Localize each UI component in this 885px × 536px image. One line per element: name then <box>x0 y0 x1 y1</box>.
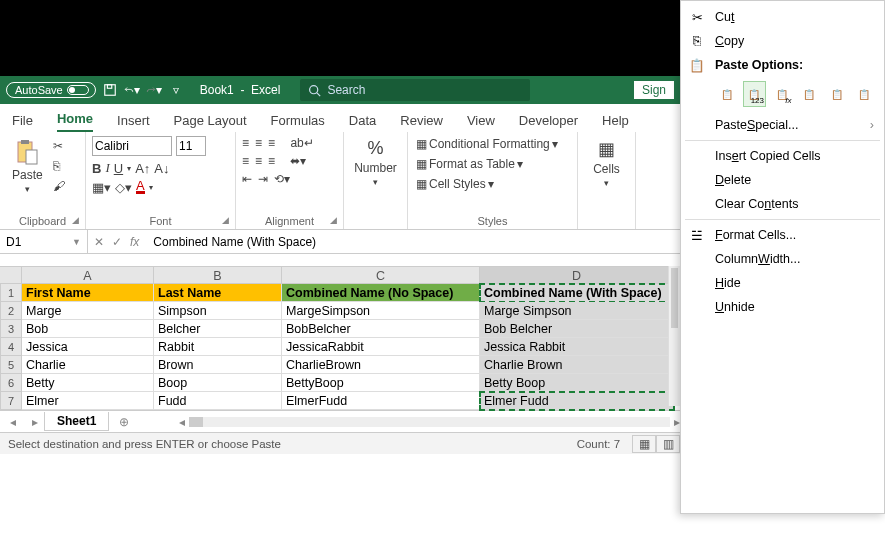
tab-file[interactable]: File <box>12 109 33 132</box>
horizontal-scrollbar[interactable]: ◂▸ <box>179 415 680 429</box>
decrease-font-button[interactable]: A↓ <box>154 161 169 176</box>
cell-B3[interactable]: Belcher <box>154 320 282 338</box>
increase-font-button[interactable]: A↑ <box>135 161 150 176</box>
redo-icon[interactable]: ▾ <box>146 82 162 98</box>
cm-copy[interactable]: ⎘Copy <box>681 29 884 53</box>
tab-page-layout[interactable]: Page Layout <box>174 109 247 132</box>
col-header-B[interactable]: B <box>154 266 282 284</box>
col-header-D[interactable]: D <box>480 266 674 284</box>
cell-A7[interactable]: Elmer <box>22 392 154 410</box>
cell-B2[interactable]: Simpson <box>154 302 282 320</box>
col-header-A[interactable]: A <box>22 266 154 284</box>
select-all-corner[interactable] <box>0 266 22 284</box>
cell-C6[interactable]: BettyBoop <box>282 374 480 392</box>
tab-review[interactable]: Review <box>400 109 443 132</box>
col-header-C[interactable]: C <box>282 266 480 284</box>
align-left[interactable]: ≡ <box>242 154 249 168</box>
cell-D2[interactable]: Marge Simpson <box>480 302 674 320</box>
row-header-1[interactable]: 1 <box>0 284 22 302</box>
qat-customize[interactable]: ▿ <box>168 82 184 98</box>
cm-unhide[interactable]: Unhide <box>681 295 884 319</box>
view-page-layout-button[interactable]: ▥ <box>656 435 680 453</box>
row-header-2[interactable]: 2 <box>0 302 22 320</box>
tab-data[interactable]: Data <box>349 109 376 132</box>
cells-button[interactable]: ▦Cells▾ <box>584 136 629 190</box>
undo-icon[interactable]: ▾ <box>124 82 140 98</box>
paste-option-transpose[interactable]: 📋 <box>798 81 822 107</box>
save-icon[interactable] <box>102 82 118 98</box>
cell-D5[interactable]: Charlie Brown <box>480 356 674 374</box>
add-sheet-button[interactable]: ⊕ <box>109 415 139 429</box>
cell-C1[interactable]: Combined Name (No Space) <box>282 284 480 302</box>
align-bot[interactable]: ≡ <box>268 136 275 150</box>
conditional-formatting-button[interactable]: ▦ Conditional Formatting ▾ <box>414 136 571 152</box>
cut-icon[interactable]: ✂ <box>53 139 65 153</box>
cell-A5[interactable]: Charlie <box>22 356 154 374</box>
vertical-scrollbar[interactable] <box>668 266 680 406</box>
align-top[interactable]: ≡ <box>242 136 249 150</box>
cm-clear-contents[interactable]: Clear Contents <box>681 192 884 216</box>
indent-dec[interactable]: ⇤ <box>242 172 252 186</box>
sheet-tab[interactable]: Sheet1 <box>44 412 109 431</box>
cell-C4[interactable]: JessicaRabbit <box>282 338 480 356</box>
copy-icon[interactable]: ⎘ <box>53 159 65 173</box>
cm-insert-copied[interactable]: Insert Copied Cells <box>681 144 884 168</box>
cell-A4[interactable]: Jessica <box>22 338 154 356</box>
cell-B7[interactable]: Fudd <box>154 392 282 410</box>
fill-color-button[interactable]: ◇▾ <box>115 180 132 195</box>
formula-input[interactable]: Combined Name (With Space) <box>145 235 680 249</box>
border-button[interactable]: ▦▾ <box>92 180 111 195</box>
cm-delete[interactable]: Delete <box>681 168 884 192</box>
search-box[interactable]: Search <box>300 79 530 101</box>
view-normal-button[interactable]: ▦ <box>632 435 656 453</box>
font-size-input[interactable] <box>176 136 206 156</box>
row-header-7[interactable]: 7 <box>0 392 22 410</box>
cm-format-cells[interactable]: ☱Format Cells... <box>681 223 884 247</box>
align-right[interactable]: ≡ <box>268 154 275 168</box>
cell-B5[interactable]: Brown <box>154 356 282 374</box>
cell-B1[interactable]: Last Name <box>154 284 282 302</box>
cancel-formula-icon[interactable]: ✕ <box>94 235 104 249</box>
cell-A1[interactable]: First Name <box>22 284 154 302</box>
format-as-table-button[interactable]: ▦ Format as Table ▾ <box>414 156 571 172</box>
autosave-toggle[interactable]: AutoSave <box>6 82 96 98</box>
name-box[interactable]: D1▼ <box>0 230 88 253</box>
cell-D3[interactable]: Bob Belcher <box>480 320 674 338</box>
bold-button[interactable]: B <box>92 161 101 176</box>
cell-D7[interactable]: Elmer Fudd <box>480 392 674 410</box>
align-mid[interactable]: ≡ <box>255 136 262 150</box>
cell-D1[interactable]: Combined Name (With Space) <box>480 284 674 302</box>
row-header-4[interactable]: 4 <box>0 338 22 356</box>
fx-icon[interactable]: fx <box>130 235 139 249</box>
cell-C7[interactable]: ElmerFudd <box>282 392 480 410</box>
cm-paste-special[interactable]: Paste Special...› <box>681 113 884 137</box>
number-format-button[interactable]: %Number▾ <box>350 136 401 189</box>
cell-C3[interactable]: BobBelcher <box>282 320 480 338</box>
paste-option-formatting[interactable]: 📋 <box>825 81 849 107</box>
paste-option-link[interactable]: 📋 <box>853 81 877 107</box>
paste-option-formulas[interactable]: 📋fx <box>770 81 794 107</box>
cm-cut[interactable]: ✂Cut <box>681 5 884 29</box>
orientation[interactable]: ⟲▾ <box>274 172 290 186</box>
underline-button[interactable]: U <box>114 161 123 176</box>
align-center[interactable]: ≡ <box>255 154 262 168</box>
sheet-nav-prev[interactable]: ◂ <box>0 415 26 429</box>
enter-formula-icon[interactable]: ✓ <box>112 235 122 249</box>
sheet-nav-next[interactable]: ▸ <box>26 415 44 429</box>
merge-button[interactable]: ⬌▾ <box>290 154 306 168</box>
cell-B4[interactable]: Rabbit <box>154 338 282 356</box>
cell-A6[interactable]: Betty <box>22 374 154 392</box>
italic-button[interactable]: I <box>105 160 109 176</box>
cell-C2[interactable]: MargeSimpson <box>282 302 480 320</box>
tab-help[interactable]: Help <box>602 109 629 132</box>
tab-home[interactable]: Home <box>57 107 93 132</box>
cell-D4[interactable]: Jessica Rabbit <box>480 338 674 356</box>
indent-inc[interactable]: ⇥ <box>258 172 268 186</box>
tab-formulas[interactable]: Formulas <box>271 109 325 132</box>
row-header-3[interactable]: 3 <box>0 320 22 338</box>
paste-option-values[interactable]: 📋123 <box>743 81 767 107</box>
paste-button[interactable]: Paste▾ <box>6 136 49 196</box>
cell-A3[interactable]: Bob <box>22 320 154 338</box>
sign-in-button[interactable]: Sign <box>634 81 674 99</box>
cell-B6[interactable]: Boop <box>154 374 282 392</box>
